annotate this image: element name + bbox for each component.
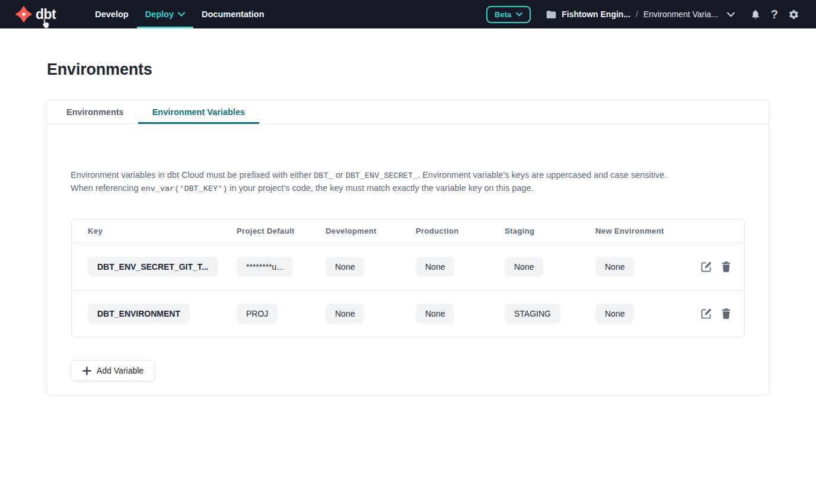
delete-variable-button[interactable] [721,261,731,273]
main-nav: Develop Deploy Documentation [87,0,272,28]
code-snippet: DBT_ENV_SECRET_ [346,171,418,180]
production-value: None [416,257,454,277]
tab-bar: Environments Environment Variables [47,100,769,124]
column-header-development: Development [326,227,416,235]
add-variable-button[interactable]: Add Variable [71,360,155,381]
code-snippet: env_var('DBT_KEY') [141,184,227,193]
column-header-staging: Staging [505,227,595,235]
project-default-value: ********u... [237,257,293,277]
plus-icon [82,366,91,375]
table-row: DBT_ENV_SECRET_GIT_T... ********u... Non… [72,243,744,290]
chevron-down-icon [178,12,185,17]
staging-value: STAGING [505,304,560,324]
navbar-icon-group: ? [750,8,799,21]
column-header-production: Production [416,227,505,235]
staging-value: None [505,257,543,277]
add-variable-label: Add Variable [97,366,144,375]
breadcrumb: Fishtown Engin... / Environment Varia... [546,9,735,19]
breadcrumb-separator: / [636,9,638,19]
production-value: None [416,304,454,324]
variable-key-value: DBT_ENVIRONMENT [88,304,190,324]
new-environment-value: None [595,304,634,324]
page-title: Environments [47,60,816,79]
column-header-key: Key [88,227,237,235]
card-body: Environment variables in dbt Cloud must … [47,124,769,395]
folder-icon [546,10,556,19]
nav-link-documentation[interactable]: Documentation [193,0,273,28]
environments-card: Environments Environment Variables Envir… [46,100,769,396]
tab-environments[interactable]: Environments [52,100,138,123]
bell-icon[interactable] [750,8,761,20]
gear-icon[interactable] [788,9,799,20]
description-segment: Environment variables in dbt Cloud must … [71,170,314,180]
nav-link-deploy[interactable]: Deploy [137,0,193,28]
description-segment: in your project's code, the key must mat… [227,183,533,193]
breadcrumb-project[interactable]: Fishtown Engin... [562,9,630,19]
edit-variable-button[interactable] [700,308,712,320]
project-default-value: PROJ [237,304,278,324]
variable-key-value: DBT_ENV_SECRET_GIT_T... [88,257,218,277]
development-value: None [326,257,364,277]
mouse-cursor-icon [42,18,50,31]
beta-dropdown-button[interactable]: Beta [486,6,531,23]
breadcrumb-page[interactable]: Environment Varia... [643,9,718,19]
dbt-logo-icon [15,6,32,23]
environment-variables-table: Key Project Default Development Producti… [71,219,745,337]
help-icon[interactable]: ? [771,8,778,21]
column-header-project-default: Project Default [237,227,326,235]
column-header-new-environment: New Environment [595,227,700,235]
development-value: None [326,304,364,324]
beta-label: Beta [495,10,511,19]
code-snippet: DBT_ [314,171,333,180]
chevron-down-icon[interactable] [727,12,735,17]
top-navbar: dbt Develop Deploy Documentation Beta Fi… [0,0,816,28]
table-row: DBT_ENVIRONMENT PROJ None None STAGING N… [72,290,744,337]
table-header-row: Key Project Default Development Producti… [72,219,744,243]
chevron-down-icon [516,12,522,17]
delete-variable-button[interactable] [721,308,731,320]
edit-variable-button[interactable] [700,261,712,273]
nav-link-develop[interactable]: Develop [87,0,136,28]
description-segment: or [333,170,346,180]
tab-environment-variables[interactable]: Environment Variables [138,100,259,123]
description-text: Environment variables in dbt Cloud must … [71,169,685,195]
nav-link-deploy-label: Deploy [145,9,174,19]
new-environment-value: None [595,257,634,277]
dbt-brand[interactable]: dbt [15,6,56,23]
